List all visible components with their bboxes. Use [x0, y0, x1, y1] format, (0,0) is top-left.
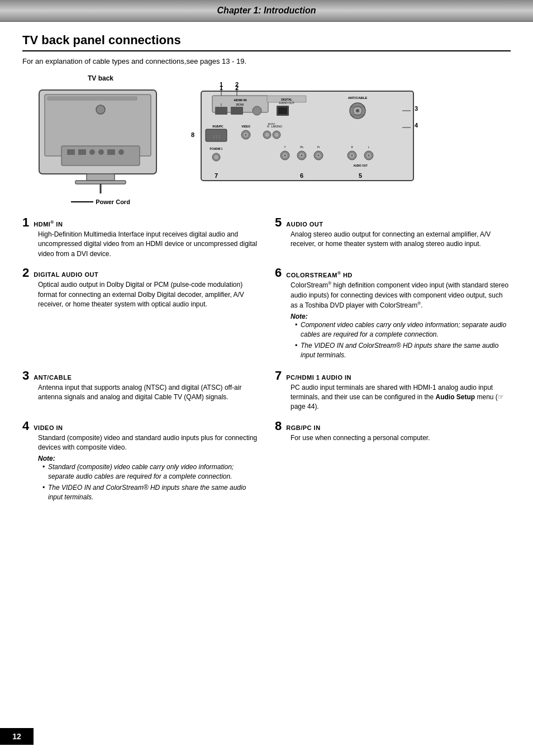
- svg-point-22: [253, 106, 261, 115]
- svg-text:HDMI: HDMI: [237, 103, 244, 106]
- svg-text:AUDIO OUT: AUDIO OUT: [279, 101, 294, 105]
- item-2-number: 2: [22, 267, 29, 279]
- item-1-header: 1 HDMI® IN: [22, 216, 258, 229]
- item-8-header: 8 RGB/PC IN: [275, 420, 511, 432]
- item-4-notes: Standard (composite) video cable carry o…: [42, 462, 258, 502]
- item-6-name: ColorStream® HD: [286, 271, 353, 278]
- svg-text:ANT/CABLE: ANT/CABLE: [348, 96, 368, 100]
- svg-text:2: 2: [235, 81, 239, 88]
- item-4: 4 VIDEO IN Standard (composite) video an…: [22, 420, 258, 504]
- svg-text:6: 6: [300, 172, 303, 179]
- item-6-note-2: The VIDEO IN and ColorStream® HD inputs …: [295, 341, 511, 360]
- svg-point-74: [368, 155, 370, 157]
- item-6-notes: Component video cables carry only video …: [295, 320, 511, 360]
- svg-rect-12: [118, 149, 124, 155]
- svg-point-31: [356, 109, 359, 112]
- item-5: 5 AUDIO OUT Analog stereo audio output f…: [275, 216, 511, 259]
- item-1-number: 1: [22, 216, 29, 229]
- svg-text:Pb: Pb: [300, 146, 303, 149]
- svg-point-3: [96, 105, 105, 114]
- item-6-header: 6 ColorStream® HD: [275, 267, 511, 279]
- item-7-number: 7: [275, 370, 282, 382]
- item-2-desc: Optical audio output in Dolby Digital or…: [38, 280, 258, 309]
- power-cord-label: Power Cord: [71, 199, 130, 205]
- page-header: Chapter 1: Introduction: [0, 0, 533, 22]
- item-6-note-label: Note:: [291, 313, 511, 320]
- svg-text:2: 2: [236, 103, 238, 106]
- item-1: 1 HDMI® IN High-Definition Multimedia In…: [22, 216, 258, 259]
- svg-point-63: [301, 155, 303, 157]
- svg-text:VIDEO: VIDEO: [241, 125, 250, 128]
- item-7-header: 7 PC/HDMI 1 AUDIO IN: [275, 370, 511, 382]
- item-4-header: 4 VIDEO IN: [22, 420, 258, 432]
- svg-text:PC/HDMI 1: PC/HDMI 1: [210, 148, 223, 150]
- svg-point-60: [284, 155, 286, 157]
- svg-rect-10: [98, 149, 104, 155]
- svg-text:AUDIO: AUDIO: [268, 122, 275, 125]
- page-number: 12: [12, 732, 21, 741]
- item-4-desc: Standard (composite) video and standard …: [38, 433, 258, 453]
- item-6-number: 6: [275, 267, 282, 279]
- svg-point-50: [275, 133, 279, 137]
- svg-text:Pr: Pr: [317, 146, 320, 149]
- item-7-desc: PC audio input terminals are shared with…: [291, 383, 511, 412]
- item-4-note-label: Note:: [38, 455, 258, 462]
- item-1-desc: High-Definition Multimedia Interface inp…: [38, 230, 258, 259]
- svg-text:HDMI IN: HDMI IN: [234, 98, 247, 102]
- item-8-number: 8: [275, 420, 282, 432]
- svg-point-71: [351, 155, 353, 157]
- item-5-desc: Analog stereo audio output for connectin…: [291, 230, 511, 249]
- svg-text:1: 1: [220, 81, 223, 88]
- tv-back-section: TV back: [22, 74, 179, 205]
- svg-text:RGB/PC: RGB/PC: [212, 125, 223, 128]
- item-4-number: 4: [22, 420, 29, 432]
- svg-text:Y: Y: [284, 146, 285, 149]
- svg-text:5: 5: [359, 172, 362, 179]
- svg-rect-7: [67, 149, 75, 155]
- item-8-desc: For use when connecting a personal compu…: [291, 433, 511, 443]
- intro-text: For an explanation of cable types and co…: [22, 57, 511, 65]
- svg-rect-11: [107, 149, 115, 155]
- svg-text:⋮⋮⋮: ⋮⋮⋮: [212, 135, 221, 138]
- power-cord-line-icon: [71, 201, 93, 202]
- items-container: 1 HDMI® IN High-Definition Multimedia In…: [22, 216, 511, 512]
- item-6-note-1: Component video cables carry only video …: [295, 320, 511, 339]
- item-2-name: DIGITAL AUDIO OUT: [34, 271, 98, 278]
- item-2: 2 DIGITAL AUDIO OUT Optical audio output…: [22, 267, 258, 361]
- tv-illustration: [34, 84, 168, 196]
- svg-rect-27: [278, 107, 287, 114]
- svg-point-48: [265, 133, 269, 137]
- svg-text:1: 1: [221, 103, 222, 106]
- item-6: 6 ColorStream® HD ColorStream® high defi…: [275, 267, 511, 361]
- item-8: 8 RGB/PC IN For use when connecting a pe…: [275, 420, 511, 504]
- svg-rect-9: [89, 149, 95, 155]
- svg-text:4: 4: [415, 122, 418, 129]
- section-title: TV back panel connections: [22, 33, 511, 51]
- svg-rect-19: [231, 107, 243, 115]
- svg-rect-2: [47, 97, 137, 100]
- svg-point-54: [215, 155, 218, 159]
- main-content: TV back panel connections For an explana…: [0, 22, 533, 534]
- item-7: 7 PC/HDMI 1 AUDIO IN PC audio input term…: [275, 370, 511, 412]
- item-3-desc: Antenna input that supports analog (NTSC…: [38, 383, 258, 403]
- item-2-header: 2 DIGITAL AUDIO OUT: [22, 267, 258, 279]
- svg-point-66: [318, 155, 320, 157]
- item-3-number: 3: [22, 370, 29, 382]
- svg-rect-8: [78, 149, 86, 155]
- svg-rect-18: [215, 107, 227, 115]
- item-4-name: VIDEO IN: [34, 424, 63, 431]
- item-5-header: 5 AUDIO OUT: [275, 216, 511, 229]
- item-3-name: ANT/CABLE: [34, 374, 72, 381]
- page-footer: 12: [0, 728, 34, 745]
- item-3: 3 ANT/CABLE Antenna input that supports …: [22, 370, 258, 412]
- svg-text:7: 7: [215, 172, 218, 179]
- tv-back-label: TV back: [88, 74, 113, 82]
- item-8-name: RGB/PC IN: [286, 424, 320, 431]
- item-7-name: PC/HDMI 1 AUDIO IN: [286, 374, 351, 381]
- item-1-name: HDMI® IN: [34, 220, 63, 228]
- item-5-name: AUDIO OUT: [286, 221, 323, 228]
- connector-diagram: HDMI IN HDMI 1 2 DIGITAL AUDIO OUT ANT/C…: [184, 74, 511, 197]
- svg-text:AUDIO OUT: AUDIO OUT: [353, 164, 368, 167]
- item-4-note-1: Standard (composite) video cable carry o…: [42, 462, 258, 481]
- svg-point-44: [245, 134, 247, 136]
